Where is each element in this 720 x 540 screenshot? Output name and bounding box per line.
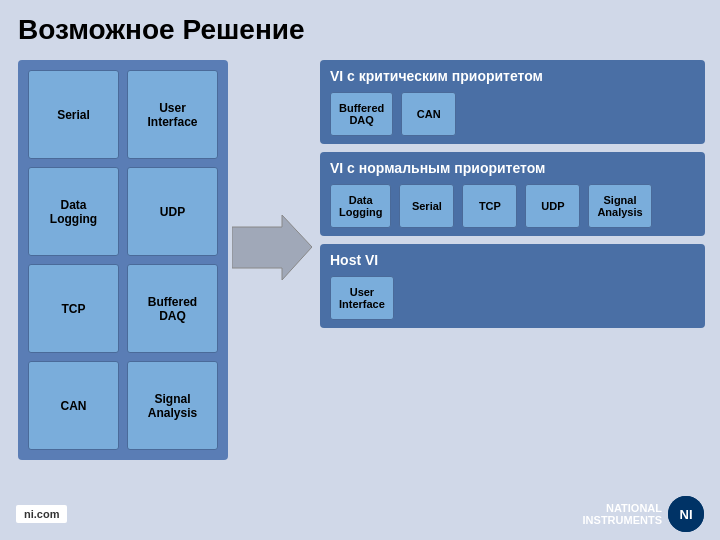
vi-box-serial: Serial	[28, 70, 119, 159]
svg-marker-0	[232, 215, 312, 280]
vi-box-tcp: TCP	[28, 264, 119, 353]
normal-priority-items: DataLogging Serial TCP UDP SignalAnalysi…	[330, 184, 695, 228]
host-vi-title: Host VI	[330, 252, 695, 268]
critical-priority-panel: VI с критическим приоритетом BufferedDAQ…	[320, 60, 705, 144]
right-section: VI с критическим приоритетом BufferedDAQ…	[320, 60, 705, 328]
normal-box-udp: UDP	[525, 184, 580, 228]
normal-box-data-logging: DataLogging	[330, 184, 391, 228]
vi-box-udp: UDP	[127, 167, 218, 256]
host-box-user-interface: UserInterface	[330, 276, 394, 320]
normal-box-serial: Serial	[399, 184, 454, 228]
normal-box-signal-analysis: SignalAnalysis	[588, 184, 651, 228]
vi-box-signal-analysis: SignalAnalysis	[127, 361, 218, 450]
normal-priority-panel: VI с нормальным приоритетом DataLogging …	[320, 152, 705, 236]
host-vi-items: UserInterface	[330, 276, 695, 320]
critical-priority-title: VI с критическим приоритетом	[330, 68, 695, 84]
vi-box-data-logging: DataLogging	[28, 167, 119, 256]
normal-box-tcp: TCP	[462, 184, 517, 228]
left-vi-panel: Serial UserInterface DataLogging UDP TCP…	[18, 60, 228, 460]
vi-box-can: CAN	[28, 361, 119, 450]
critical-box-can: CAN	[401, 92, 456, 136]
page-title: Возможное Решение	[18, 14, 305, 46]
ni-brand-text: NATIONAL INSTRUMENTS	[583, 502, 662, 526]
footer: ni.com NATIONAL INSTRUMENTS NI	[0, 496, 720, 532]
vi-box-buffered-daq: BufferedDAQ	[127, 264, 218, 353]
ni-emblem-icon: NI	[668, 496, 704, 532]
critical-priority-items: BufferedDAQ CAN	[330, 92, 695, 136]
normal-priority-title: VI с нормальным приоритетом	[330, 160, 695, 176]
ni-brand-logo: NATIONAL INSTRUMENTS NI	[583, 496, 704, 532]
ni-website-label: ni.com	[16, 505, 67, 523]
slide: Возможное Решение Serial UserInterface D…	[0, 0, 720, 540]
host-vi-panel: Host VI UserInterface	[320, 244, 705, 328]
svg-text:NI: NI	[680, 507, 693, 522]
vi-box-user-interface: UserInterface	[127, 70, 218, 159]
critical-box-buffered-daq: BufferedDAQ	[330, 92, 393, 136]
arrow-icon	[232, 215, 312, 280]
